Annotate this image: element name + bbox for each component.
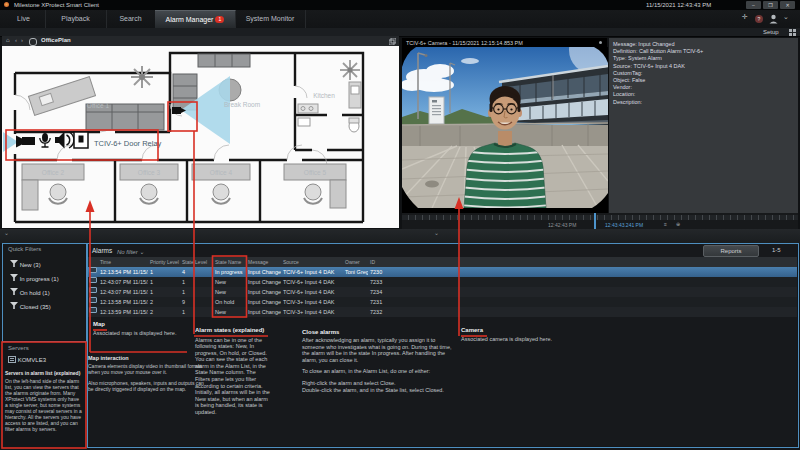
playback-timeline[interactable]: 12:42:43 PM 12:43:43.241 PM ≡ ⊕ <box>402 213 798 229</box>
smart-client-window: Milestone XProtect Smart Client 11/15/20… <box>0 0 800 450</box>
alarm-detail-line: Location: <box>613 91 798 98</box>
alarm-detail-line: Message: Input Changed <box>613 41 798 48</box>
alarms-label: Alarms <box>92 247 112 254</box>
annotation-close-alarms: Close alarms After acknowledging an alar… <box>302 329 458 393</box>
chevron-down-icon: ⌄ <box>139 249 144 255</box>
setup-button[interactable]: Setup <box>763 29 779 35</box>
filter-closed[interactable]: Closed (35) <box>10 302 51 312</box>
globe-icon <box>29 38 37 46</box>
map-camera-hall-icon[interactable] <box>16 136 35 148</box>
tab-bar: Live Playback Search Alarm Manager1 Syst… <box>0 10 800 29</box>
map-view[interactable]: Office 1 Break Room Kitchen Office 2 Off… <box>2 46 399 228</box>
tab-search[interactable]: Search <box>106 10 156 28</box>
room-label: Office 1 <box>87 102 110 109</box>
map-title-bar: ⌂ ‹ › OfficePlan <box>2 36 399 46</box>
tab-playback[interactable]: Playback <box>45 10 107 28</box>
close-button[interactable]: ✕ <box>780 1 795 9</box>
alarm-row[interactable]: 12:13:54 PM 11/15/201 4In progress Input… <box>87 267 797 277</box>
server-icon <box>8 356 16 363</box>
forward-icon[interactable]: › <box>21 37 23 43</box>
profile-icon[interactable] <box>769 14 778 24</box>
tab-alarm-manager[interactable]: Alarm Manager1 <box>155 10 236 29</box>
alarm-type-icon <box>89 307 97 313</box>
filter-on-hold[interactable]: On hold (1) <box>10 288 50 298</box>
timeline-playhead[interactable] <box>594 213 596 229</box>
camera-status-dot <box>599 41 602 44</box>
camera-title-bar: TCIV-6+ Camera - 11/15/2021 12:15:14.853… <box>402 38 607 47</box>
alarm-type-icon <box>89 297 97 303</box>
funnel-icon <box>10 274 18 282</box>
funnel-icon <box>10 302 18 310</box>
alarm-detail-line: CustomTag: <box>613 70 798 77</box>
map-title: OfficePlan <box>41 37 71 43</box>
alarm-table-header[interactable]: Time Priority LevelState Level State Nam… <box>87 257 797 267</box>
room-label: Office 4 <box>210 169 233 176</box>
camera-video[interactable] <box>402 47 608 208</box>
camera-fov-cone-hall <box>3 132 18 152</box>
annotation-camera: Camera Associated camera is displayed he… <box>461 327 571 342</box>
alarm-details-panel: Message: Input Changed Definition: Call … <box>609 38 798 213</box>
alarm-type-icon <box>89 277 97 283</box>
camera-title: TCIV-6+ Camera - 11/15/2021 12:15:14.853… <box>406 40 523 46</box>
tab-live[interactable]: Live <box>2 10 46 28</box>
alarm-type-icon <box>89 287 97 293</box>
alarm-detail-line: Type: System Alarm <box>613 55 798 62</box>
annotation-map: Map Associated map is displayed here. <box>93 321 188 336</box>
clock: 11/15/2021 12:43:43 PM <box>646 2 711 8</box>
alarm-detail-line: Description: <box>613 99 798 106</box>
alarm-row[interactable]: 12:43:07 PM 11/15/201 1New Input ChangeT… <box>87 287 797 297</box>
collapse-list-icon[interactable]: ⌄ <box>434 229 439 236</box>
map-microphone-icon[interactable] <box>40 133 50 147</box>
section-splitter[interactable]: ⌄ ⌄ <box>0 229 800 243</box>
room-label: Office 2 <box>42 169 65 176</box>
timeline-zoom-icon[interactable]: ⊕ <box>676 221 680 227</box>
quick-filters-panel: Quick Filters New (3) In progress (1) On… <box>2 243 85 340</box>
map-speaker-icon[interactable] <box>55 132 74 149</box>
map-door-relay-icon[interactable] <box>74 132 88 148</box>
annotation-servers: Servers in alarm list (explained) On the… <box>5 370 83 432</box>
title-bar: Milestone XProtect Smart Client 11/15/20… <box>0 0 800 10</box>
help-icon[interactable]: ? <box>755 15 763 23</box>
timeline-current-time: 12:43:43.241 PM <box>605 222 643 228</box>
plant-office1 <box>131 66 153 88</box>
chevron-down-icon[interactable]: ⌄ <box>783 13 789 21</box>
funnel-icon <box>10 260 18 268</box>
server-item[interactable]: KOMVLE3 <box>8 356 46 363</box>
filter-in-progress[interactable]: In progress (1) <box>10 274 59 284</box>
alarm-detail-line: Vendor: <box>613 84 798 91</box>
alarm-detail-line: Object: False <box>613 77 798 84</box>
annotation-alarm-states: Alarm states (explained) Alarms can be i… <box>195 327 271 416</box>
window-title: Milestone XProtect Smart Client <box>14 2 99 8</box>
alarm-type-icon <box>89 267 97 273</box>
funnel-icon <box>10 288 18 296</box>
add-view-icon[interactable]: ✛ <box>742 13 748 21</box>
annotation-map-interaction: Map interaction Camera elements display … <box>88 355 206 397</box>
alarm-count-badge: 1 <box>215 16 224 23</box>
alarm-row[interactable]: 12:13:59 PM 11/15/202 1New Input ChangeT… <box>87 307 797 317</box>
servers-header: Servers <box>8 345 29 351</box>
alarm-row[interactable]: 12:43:07 PM 11/15/201 1New Input ChangeT… <box>87 277 797 287</box>
alarm-detail-line: Source: TCIV-6+ Input 4 DAK <box>613 63 798 70</box>
alarm-range: 1-5 <box>772 247 781 253</box>
alarm-detail-line: Definition: Call Button Alarm TCIV-6+ <box>613 48 798 55</box>
back-icon[interactable]: ‹ <box>15 37 17 43</box>
plant-kitchen <box>340 60 360 80</box>
room-label: Office 5 <box>304 169 327 176</box>
alarm-filter-dropdown[interactable]: No filter ⌄ <box>117 248 144 255</box>
home-icon[interactable]: ⌂ <box>6 37 10 43</box>
quick-filters-header: Quick Filters <box>8 246 41 252</box>
tab-system-monitor[interactable]: System Monitor <box>235 10 306 28</box>
alarm-row[interactable]: 12:13:58 PM 11/15/202 9On hold Input Cha… <box>87 297 797 307</box>
room-label: Office 3 <box>138 169 161 176</box>
room-label: Kitchen <box>313 92 335 99</box>
filter-new[interactable]: New (3) <box>10 260 41 270</box>
map-tools-icon[interactable] <box>389 38 396 45</box>
timeline-left-time: 12:42:43 PM <box>548 222 576 228</box>
collapse-sidebar-icon[interactable]: ⌄ <box>4 229 9 236</box>
minimize-button[interactable]: – <box>746 1 761 9</box>
timeline-options-icon[interactable]: ≡ <box>664 221 667 227</box>
reports-button[interactable]: Reports <box>703 245 759 257</box>
layout-grid-icon[interactable] <box>789 29 796 36</box>
device-label: TCIV-6+ Door Relay <box>94 139 162 148</box>
restore-button[interactable]: ❐ <box>763 1 778 9</box>
